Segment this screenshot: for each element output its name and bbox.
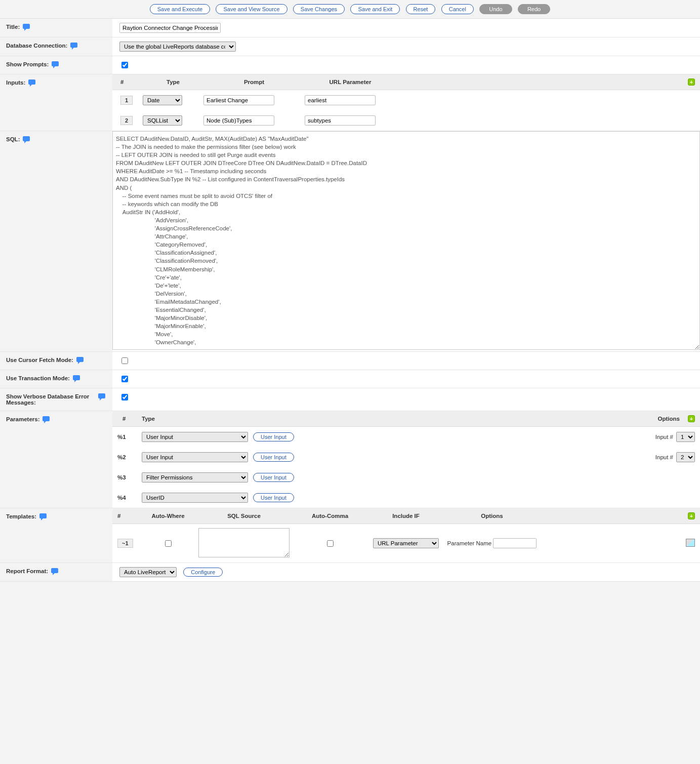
help-icon[interactable]	[23, 136, 31, 143]
help-icon[interactable]	[51, 568, 59, 575]
help-icon[interactable]	[73, 375, 81, 382]
undo-button[interactable]: Undo	[479, 4, 512, 14]
input-num-badge: 1	[120, 96, 133, 105]
input-prompt-field[interactable]	[203, 95, 274, 105]
param-header-options: Options	[658, 416, 684, 422]
param-name-input[interactable]	[493, 538, 537, 548]
param-name-label: Parameter Name	[447, 540, 492, 546]
transaction-checkbox[interactable]	[121, 376, 128, 382]
reset-button[interactable]: Reset	[406, 4, 436, 14]
save-execute-button[interactable]: Save and Execute	[150, 4, 210, 14]
sql-textarea[interactable]	[112, 131, 700, 350]
sql-label: SQL:	[6, 136, 20, 142]
help-icon[interactable]	[98, 393, 106, 400]
show-prompts-checkbox[interactable]	[121, 62, 128, 68]
cursor-fetch-checkbox[interactable]	[121, 357, 128, 364]
input-type-select[interactable]: Date	[143, 95, 182, 105]
tmpl-header-num: #	[117, 513, 143, 519]
parameter-row: %2 User Input User Input Input # 2	[112, 447, 700, 467]
tmpl-header-autowhere: Auto-Where	[143, 513, 193, 519]
help-icon[interactable]	[28, 79, 36, 87]
add-parameter-icon[interactable]: +	[688, 415, 695, 422]
param-num: %4	[117, 495, 142, 501]
input-num-select[interactable]: 2	[676, 452, 695, 462]
title-label: Title:	[6, 24, 20, 30]
input-num-select[interactable]: 1	[676, 432, 695, 442]
cancel-button[interactable]: Cancel	[441, 4, 474, 14]
add-input-icon[interactable]: +	[688, 78, 695, 86]
configure-button[interactable]: Configure	[183, 568, 223, 577]
auto-where-checkbox[interactable]	[165, 540, 172, 547]
input-row: 1 Date	[112, 90, 700, 110]
save-exit-button[interactable]: Save and Exit	[350, 4, 400, 14]
param-type-select[interactable]: User Input	[142, 452, 248, 462]
user-input-button[interactable]: User Input	[253, 432, 294, 441]
top-toolbar: Save and Execute Save and View Source Sa…	[0, 0, 700, 19]
param-num: %1	[117, 434, 142, 440]
param-header-num: #	[117, 416, 142, 422]
transaction-label: Use Transaction Mode:	[6, 375, 70, 381]
help-icon[interactable]	[52, 61, 60, 68]
templates-label: Templates:	[6, 513, 36, 519]
help-icon[interactable]	[70, 43, 78, 50]
help-icon[interactable]	[43, 416, 51, 423]
param-num: %3	[117, 474, 142, 480]
input-num-badge: 2	[120, 116, 133, 125]
report-format-label: Report Format:	[6, 568, 48, 574]
parameter-row: %4 UserID User Input	[112, 488, 700, 508]
help-icon[interactable]	[23, 24, 31, 31]
tmpl-header-autocomma: Auto-Comma	[295, 513, 365, 519]
save-view-source-button[interactable]: Save and View Source	[216, 4, 287, 14]
title-input[interactable]	[119, 23, 221, 33]
tmpl-header-options: Options	[446, 513, 538, 519]
param-header-type: Type	[142, 416, 253, 422]
help-icon[interactable]	[76, 357, 85, 364]
input-url-field[interactable]	[305, 95, 376, 105]
input-num-label: Input #	[655, 434, 673, 440]
param-type-select[interactable]: Filter Permissions	[142, 472, 248, 482]
inputs-label: Inputs:	[6, 79, 25, 86]
cursor-fetch-label: Use Cursor Fetch Mode:	[6, 357, 73, 363]
inputs-header-type: Type	[143, 79, 203, 85]
help-icon[interactable]	[39, 513, 48, 520]
add-template-icon[interactable]: +	[688, 512, 695, 519]
parameter-row: %1 User Input User Input Input # 1	[112, 427, 700, 447]
inputs-header-prompt: Prompt	[203, 79, 305, 85]
parameters-label: Parameters:	[6, 416, 39, 422]
param-type-select[interactable]: User Input	[142, 432, 248, 442]
param-type-select[interactable]: UserID	[142, 493, 248, 503]
input-type-select[interactable]: SQLList	[143, 115, 182, 126]
user-input-button[interactable]: User Input	[253, 473, 294, 482]
input-row: 2 SQLList	[112, 110, 700, 131]
input-prompt-field[interactable]	[203, 115, 274, 126]
show-prompts-label: Show Prompts:	[6, 61, 49, 67]
user-input-button[interactable]: User Input	[253, 493, 294, 502]
parameter-row: %3 Filter Permissions User Input	[112, 467, 700, 488]
input-num-label: Input #	[655, 454, 673, 460]
include-if-select[interactable]: URL Parameter	[373, 538, 439, 548]
save-changes-button[interactable]: Save Changes	[293, 4, 345, 14]
verbose-checkbox[interactable]	[121, 394, 128, 400]
image-icon[interactable]	[686, 539, 695, 547]
tmpl-header-includeif: Include IF	[365, 513, 446, 519]
sql-source-textarea[interactable]	[198, 528, 290, 557]
db-connection-label: Database Connection:	[6, 43, 67, 49]
tmpl-num-badge: ~1	[117, 539, 133, 548]
input-url-field[interactable]	[305, 115, 376, 126]
inputs-header-num: #	[117, 79, 143, 85]
auto-comma-checkbox[interactable]	[327, 540, 334, 547]
inputs-header-url: URL Parameter	[305, 79, 396, 85]
param-num: %2	[117, 454, 142, 460]
redo-button[interactable]: Redo	[518, 4, 550, 14]
tmpl-header-sqlsource: SQL Source	[193, 513, 295, 519]
report-format-select[interactable]: Auto LiveReport	[119, 567, 177, 577]
db-connection-select[interactable]: Use the global LiveReports database conn…	[119, 42, 236, 52]
user-input-button[interactable]: User Input	[253, 453, 294, 462]
template-row: ~1 URL Parameter Parameter Name	[112, 524, 700, 562]
verbose-label: Show Verbose Database Error Messages:	[6, 393, 95, 406]
